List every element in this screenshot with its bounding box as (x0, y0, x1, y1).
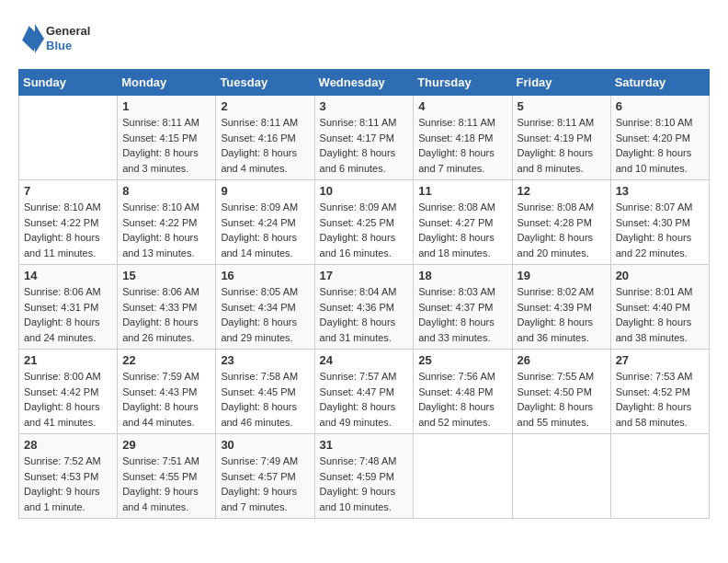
day-info-line: Sunrise: 8:06 AM (24, 286, 101, 297)
day-number: 11 (418, 184, 506, 198)
day-info-line: Daylight: 8 hours (320, 316, 396, 327)
day-info-line: Sunrise: 8:09 AM (320, 201, 397, 213)
calendar-cell: 21Sunrise: 8:00 AMSunset: 4:42 PMDayligh… (19, 350, 118, 434)
day-info-line: Sunrise: 8:06 AM (122, 286, 199, 297)
day-info-line: and 44 minutes. (122, 417, 194, 428)
day-info-line: Sunset: 4:45 PM (221, 386, 295, 397)
day-info-line: and 29 minutes. (221, 332, 292, 343)
day-number: 27 (616, 353, 704, 367)
calendar-week-row: 14Sunrise: 8:06 AMSunset: 4:31 PMDayligh… (19, 265, 710, 350)
day-header-thursday: Thursday (414, 70, 512, 96)
day-info-line: Sunset: 4:19 PM (518, 132, 592, 144)
calendar-cell: 30Sunrise: 7:49 AMSunset: 4:57 PMDayligh… (216, 434, 314, 519)
day-info-line: and 1 minute. (24, 501, 85, 512)
calendar-cell: 20Sunrise: 8:01 AMSunset: 4:40 PMDayligh… (610, 265, 709, 350)
day-info-line: and 7 minutes. (418, 163, 484, 174)
day-info-line: and 33 minutes. (418, 332, 490, 343)
day-info-line: Daylight: 8 hours (122, 147, 199, 158)
day-sun-info: Sunrise: 7:49 AMSunset: 4:57 PMDaylight:… (221, 454, 309, 514)
day-info-line: Daylight: 8 hours (616, 316, 692, 327)
calendar-cell: 15Sunrise: 8:06 AMSunset: 4:33 PMDayligh… (118, 265, 216, 350)
day-info-line: Sunrise: 7:48 AM (320, 455, 397, 466)
day-sun-info: Sunrise: 8:09 AMSunset: 4:25 PMDaylight:… (320, 200, 409, 260)
day-info-line: Sunrise: 8:01 AM (616, 286, 693, 297)
day-info-line: and 14 minutes. (221, 247, 292, 259)
day-info-line: Sunset: 4:22 PM (122, 217, 197, 228)
calendar-cell: 11Sunrise: 8:08 AMSunset: 4:27 PMDayligh… (414, 180, 512, 265)
calendar-cell (19, 96, 118, 180)
day-sun-info: Sunrise: 8:05 AMSunset: 4:34 PMDaylight:… (221, 284, 309, 345)
day-header-friday: Friday (512, 70, 610, 96)
day-info-line: Daylight: 9 hours (320, 486, 396, 497)
day-info-line: Daylight: 8 hours (24, 401, 100, 412)
calendar-cell: 10Sunrise: 8:09 AMSunset: 4:25 PMDayligh… (314, 180, 414, 265)
day-info-line: Daylight: 8 hours (518, 147, 594, 158)
day-info-line: and 13 minutes. (122, 247, 194, 259)
logo: General Blue (18, 18, 101, 60)
day-number: 4 (418, 99, 506, 113)
day-number: 30 (221, 438, 309, 452)
day-info-line: Sunrise: 8:08 AM (418, 201, 495, 213)
day-header-tuesday: Tuesday (216, 70, 314, 96)
calendar-cell: 31Sunrise: 7:48 AMSunset: 4:59 PMDayligh… (314, 434, 414, 519)
day-info-line: and 16 minutes. (320, 247, 392, 259)
day-number: 8 (122, 184, 210, 198)
day-info-line: Daylight: 9 hours (221, 486, 297, 497)
day-info-line: and 8 minutes. (518, 163, 584, 174)
calendar-week-row: 1Sunrise: 8:11 AMSunset: 4:15 PMDaylight… (19, 96, 710, 180)
day-number: 10 (320, 184, 409, 198)
day-sun-info: Sunrise: 8:11 AMSunset: 4:15 PMDaylight:… (122, 115, 210, 176)
day-header-wednesday: Wednesday (314, 70, 414, 96)
day-info-line: Sunset: 4:39 PM (518, 302, 592, 313)
day-header-monday: Monday (118, 70, 216, 96)
day-header-saturday: Saturday (610, 70, 709, 96)
day-sun-info: Sunrise: 8:11 AMSunset: 4:19 PMDaylight:… (518, 115, 606, 176)
day-info-line: Daylight: 8 hours (418, 401, 495, 412)
calendar-cell: 19Sunrise: 8:02 AMSunset: 4:39 PMDayligh… (512, 265, 610, 350)
calendar-cell (414, 434, 512, 519)
day-info-line: Daylight: 9 hours (122, 486, 199, 497)
calendar-cell: 24Sunrise: 7:57 AMSunset: 4:47 PMDayligh… (314, 350, 414, 434)
day-info-line: Daylight: 8 hours (518, 232, 594, 243)
day-info-line: Sunset: 4:52 PM (616, 386, 690, 397)
day-info-line: Daylight: 8 hours (616, 232, 692, 243)
day-info-line: and 20 minutes. (518, 247, 589, 259)
day-info-line: Daylight: 8 hours (518, 316, 594, 327)
day-info-line: Daylight: 9 hours (24, 486, 100, 497)
page-header: General Blue (18, 18, 710, 60)
day-number: 26 (518, 353, 606, 367)
day-sun-info: Sunrise: 8:06 AMSunset: 4:33 PMDaylight:… (122, 284, 210, 345)
day-info-line: Sunset: 4:16 PM (221, 132, 295, 144)
day-info-line: Sunrise: 8:10 AM (122, 201, 199, 213)
calendar-table: SundayMondayTuesdayWednesdayThursdayFrid… (18, 69, 710, 519)
day-info-line: Sunrise: 8:03 AM (418, 286, 495, 297)
day-sun-info: Sunrise: 7:48 AMSunset: 4:59 PMDaylight:… (320, 454, 409, 514)
day-sun-info: Sunrise: 8:03 AMSunset: 4:37 PMDaylight:… (418, 284, 506, 345)
calendar-header-row: SundayMondayTuesdayWednesdayThursdayFrid… (19, 70, 710, 96)
day-sun-info: Sunrise: 7:58 AMSunset: 4:45 PMDaylight:… (221, 369, 309, 430)
calendar-cell: 8Sunrise: 8:10 AMSunset: 4:22 PMDaylight… (118, 180, 216, 265)
day-sun-info: Sunrise: 7:55 AMSunset: 4:50 PMDaylight:… (518, 369, 606, 430)
day-info-line: Sunset: 4:53 PM (24, 471, 98, 482)
day-info-line: Daylight: 8 hours (221, 316, 297, 327)
day-info-line: Sunset: 4:20 PM (616, 132, 690, 144)
day-info-line: and 4 minutes. (221, 163, 287, 174)
day-number: 18 (418, 269, 506, 282)
day-info-line: Daylight: 8 hours (122, 232, 199, 243)
calendar-cell: 1Sunrise: 8:11 AMSunset: 4:15 PMDaylight… (118, 96, 216, 180)
day-info-line: Sunset: 4:50 PM (518, 386, 592, 397)
day-number: 17 (320, 269, 409, 282)
day-info-line: Sunrise: 7:51 AM (122, 455, 199, 466)
day-info-line: Sunrise: 7:56 AM (418, 371, 495, 382)
day-info-line: Sunrise: 8:11 AM (518, 117, 595, 128)
day-sun-info: Sunrise: 8:00 AMSunset: 4:42 PMDaylight:… (24, 369, 112, 430)
day-sun-info: Sunrise: 7:57 AMSunset: 4:47 PMDaylight:… (320, 369, 409, 430)
day-number: 9 (221, 184, 309, 198)
day-info-line: and 26 minutes. (122, 332, 194, 343)
day-sun-info: Sunrise: 8:09 AMSunset: 4:24 PMDaylight:… (221, 200, 309, 260)
day-info-line: Sunrise: 8:11 AM (122, 117, 199, 128)
day-info-line: and 55 minutes. (518, 417, 589, 428)
day-info-line: Sunset: 4:36 PM (320, 302, 394, 313)
day-info-line: Daylight: 8 hours (616, 147, 692, 158)
day-info-line: and 10 minutes. (616, 163, 688, 174)
